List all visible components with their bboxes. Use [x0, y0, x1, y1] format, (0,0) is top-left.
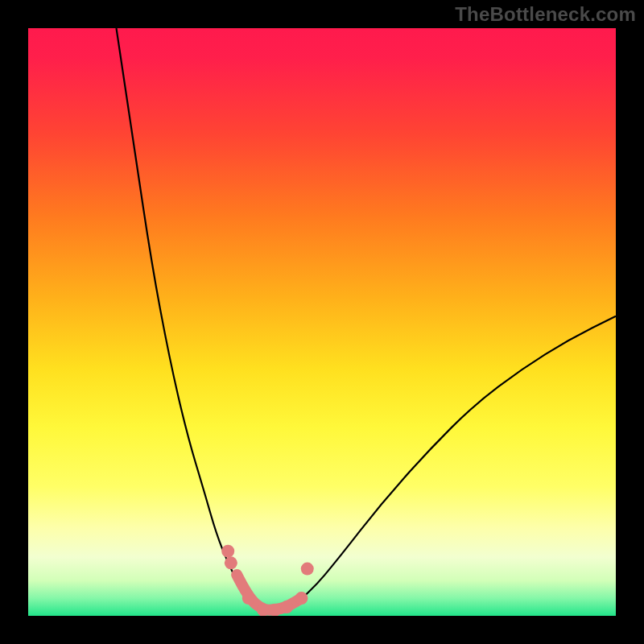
chart-container: TheBottleneck.com [0, 0, 644, 644]
accent-marker [269, 604, 282, 616]
left-curve [117, 28, 264, 611]
plot-area [28, 28, 616, 616]
accent-marker [257, 604, 270, 616]
accent-marker [242, 592, 255, 605]
accent-marker [280, 601, 293, 613]
accent-marker [225, 556, 237, 569]
accent-marker [301, 563, 314, 576]
right-curve [287, 316, 616, 611]
accent-marker [295, 592, 308, 605]
curves-layer [28, 28, 616, 616]
watermark-text: TheBottleneck.com [455, 3, 636, 26]
accent-marker [221, 545, 234, 558]
